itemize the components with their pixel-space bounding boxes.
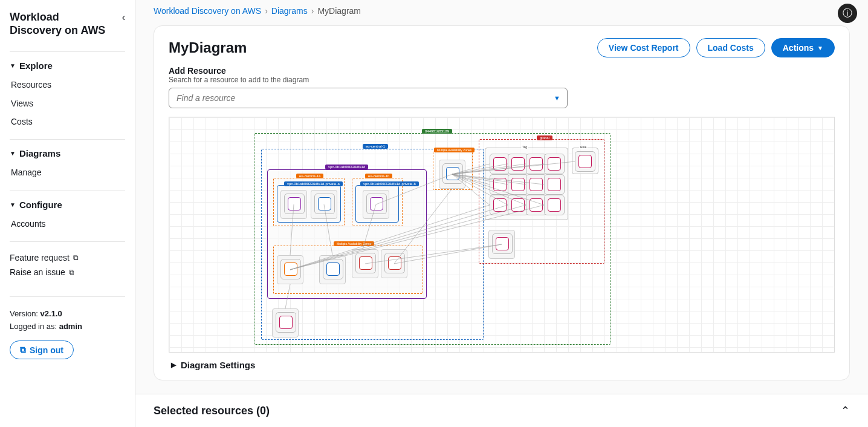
diagram-settings-toggle[interactable]: ▶ Diagram Settings bbox=[169, 353, 835, 373]
chevron-right-icon: › bbox=[311, 6, 314, 16]
sidebar-item-manage[interactable]: Manage bbox=[10, 163, 125, 181]
maz-badge: Multiple Availability Zones bbox=[334, 241, 374, 246]
load-costs-button[interactable]: Load Costs bbox=[696, 38, 765, 57]
tag-node[interactable] bbox=[508, 154, 528, 174]
user-value: admin bbox=[59, 322, 82, 331]
chevron-up-icon[interactable]: ⌃ bbox=[841, 404, 850, 417]
resource-node[interactable] bbox=[363, 190, 389, 219]
section-explore[interactable]: ▼ Explore bbox=[10, 60, 125, 71]
tag-node[interactable] bbox=[544, 174, 565, 195]
tag-node[interactable] bbox=[544, 195, 565, 215]
info-icon: ⓘ bbox=[843, 7, 852, 20]
actions-button[interactable]: Actions ▼ bbox=[771, 38, 835, 57]
region-badge: eu-central-1 bbox=[363, 144, 388, 149]
caret-right-icon: ▶ bbox=[171, 361, 176, 369]
sidebar-collapse-icon[interactable]: ‹ bbox=[122, 11, 125, 23]
subnet1-badge: vpc-0b1ab06f226dfe1d-private-a bbox=[284, 181, 343, 186]
raise-issue-link[interactable]: Raise an issue ⧉ bbox=[10, 265, 125, 279]
feature-request-link[interactable]: Feature request ⧉ bbox=[10, 250, 125, 265]
account-badge: 044981683129 bbox=[422, 129, 452, 134]
resource-search-input[interactable] bbox=[169, 88, 568, 108]
resource-node[interactable] bbox=[439, 160, 465, 189]
tag-node[interactable] bbox=[490, 195, 510, 215]
tag-node[interactable] bbox=[544, 154, 565, 174]
tag-label: Tag bbox=[521, 145, 528, 149]
section-configure[interactable]: ▼ Configure bbox=[10, 200, 125, 210]
tag-node[interactable] bbox=[526, 174, 546, 195]
sidebar-item-views[interactable]: Views bbox=[10, 94, 125, 112]
resource-node[interactable] bbox=[319, 255, 346, 284]
caret-down-icon: ▼ bbox=[10, 201, 16, 208]
button-label: Sign out bbox=[30, 345, 63, 355]
view-cost-report-button[interactable]: View Cost Report bbox=[597, 38, 690, 57]
sign-out-button[interactable]: ⧉ Sign out bbox=[10, 341, 74, 359]
global-badge: global bbox=[537, 135, 552, 140]
caret-down-icon: ▼ bbox=[10, 150, 16, 157]
resource-node[interactable] bbox=[272, 308, 299, 337]
external-link-icon: ⧉ bbox=[73, 253, 79, 262]
az2-badge: eu-central-1b bbox=[365, 174, 392, 178]
az1-badge: eu-central-1a bbox=[296, 174, 323, 178]
resource-node[interactable] bbox=[352, 249, 378, 278]
sidebar-meta: Version: v2.1.0 Logged in as: admin ⧉ Si… bbox=[10, 296, 125, 359]
version-label: Version: bbox=[10, 309, 40, 318]
add-resource-desc: Search for a resource to add to the diag… bbox=[169, 76, 835, 84]
sidebar-item-resources[interactable]: Resources bbox=[10, 76, 125, 94]
diagram-panel: MyDiagram View Cost Report Load Costs Ac… bbox=[154, 25, 850, 380]
page-title: MyDiagram bbox=[169, 39, 247, 56]
role-label: Role bbox=[579, 145, 588, 149]
section-diagrams[interactable]: ▼ Diagrams bbox=[10, 148, 125, 158]
resource-node[interactable] bbox=[277, 255, 303, 284]
section-label: Configure bbox=[19, 200, 62, 210]
role-node[interactable] bbox=[575, 151, 595, 172]
section-label: Diagrams bbox=[19, 148, 60, 158]
help-button[interactable]: ⓘ bbox=[838, 4, 857, 23]
diagram-canvas[interactable]: 044981683129 eu-central-1 global vpc-0b1… bbox=[169, 117, 835, 353]
sidebar-item-accounts[interactable]: Accounts bbox=[10, 215, 125, 233]
settings-label: Diagram Settings bbox=[181, 360, 255, 370]
tag-node[interactable] bbox=[490, 174, 510, 195]
app-title: Workload Discovery on AWS bbox=[10, 11, 112, 37]
external-link-icon: ⧉ bbox=[20, 345, 26, 355]
add-resource-group: Add Resource Search for a resource to ad… bbox=[169, 66, 835, 108]
tag-node[interactable] bbox=[490, 154, 510, 174]
breadcrumb-root[interactable]: Workload Discovery on AWS bbox=[154, 6, 261, 16]
external-link-icon: ⧉ bbox=[69, 268, 74, 276]
add-resource-label: Add Resource bbox=[169, 66, 835, 76]
tag-node[interactable] bbox=[508, 195, 528, 215]
breadcrumb-current: MyDiagram bbox=[317, 6, 361, 16]
logged-label: Logged in as: bbox=[10, 322, 59, 331]
selected-resources-bar[interactable]: Selected resources (0) ⌃ bbox=[135, 394, 868, 427]
link-label: Feature request bbox=[10, 253, 70, 262]
link-label: Raise an issue bbox=[10, 267, 65, 277]
tag-node[interactable] bbox=[508, 174, 528, 195]
resource-node[interactable] bbox=[280, 190, 307, 219]
resource-node[interactable] bbox=[311, 190, 337, 219]
sidebar-item-costs[interactable]: Costs bbox=[10, 112, 125, 131]
selected-title: Selected resources (0) bbox=[154, 405, 270, 417]
button-label: Actions bbox=[783, 43, 814, 53]
version-value: v2.1.0 bbox=[40, 309, 62, 318]
chevron-right-icon: › bbox=[265, 6, 268, 16]
caret-down-icon: ▼ bbox=[10, 62, 16, 69]
breadcrumb: Workload Discovery on AWS › Diagrams › M… bbox=[135, 0, 868, 22]
vpc-badge: vpc-0b1ab06f226dfe1d bbox=[325, 165, 368, 169]
subnet2-badge: vpc-0b1ab06f226dfe1d-private-b bbox=[360, 181, 419, 186]
section-label: Explore bbox=[19, 60, 53, 71]
sidebar: Workload Discovery on AWS ‹ ▼ Explore Re… bbox=[0, 0, 135, 427]
caret-down-icon: ▼ bbox=[817, 45, 823, 51]
tag-node[interactable] bbox=[526, 195, 546, 215]
maz-right-badge: Multiple Availability Zones bbox=[434, 148, 474, 152]
resource-node[interactable] bbox=[381, 249, 407, 278]
main-content: ⓘ Workload Discovery on AWS › Diagrams ›… bbox=[135, 0, 868, 427]
tag-node[interactable] bbox=[526, 154, 546, 174]
breadcrumb-diagrams[interactable]: Diagrams bbox=[271, 6, 308, 16]
resource-node[interactable] bbox=[488, 230, 515, 259]
